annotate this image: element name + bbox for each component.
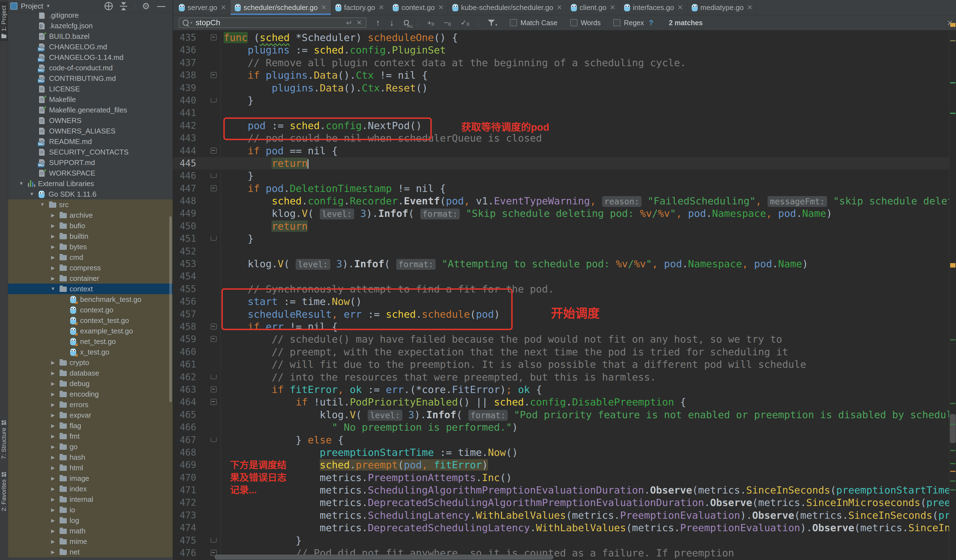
tab-close-icon[interactable]: ✕: [220, 3, 226, 11]
tree-row-hash[interactable]: ▶hash: [8, 452, 173, 463]
tree-row-SUPPORT.md[interactable]: MDSUPPORT.md: [8, 157, 173, 168]
tree-row-External Libraries[interactable]: ▼External Libraries: [8, 178, 173, 189]
tree-row-mime[interactable]: ▶mime: [8, 536, 173, 547]
fold-marker-icon[interactable]: [196, 383, 223, 396]
tree-row-math[interactable]: ▶math: [8, 525, 173, 536]
tree-row-CHANGELOG-1.14.md[interactable]: MDCHANGELOG-1.14.md: [8, 52, 173, 63]
tree-row-index[interactable]: ▶index: [8, 483, 173, 494]
stripe-marker[interactable]: [950, 424, 956, 425]
tree-scrollbar[interactable]: [169, 216, 172, 402]
expand-arrow-icon[interactable]: ▶: [50, 413, 56, 418]
expand-arrow-icon[interactable]: ▶: [50, 549, 56, 555]
editor-scrollbar-thumb[interactable]: [950, 414, 956, 443]
tree-row-compress[interactable]: ▶compress: [8, 262, 173, 273]
find-all-icon[interactable]: ΩALL: [404, 18, 409, 27]
stripe-marker[interactable]: [950, 489, 956, 491]
stripe-marker[interactable]: [950, 480, 956, 482]
tree-row-code-of-conduct.md[interactable]: MDcode-of-conduct.md: [8, 63, 173, 73]
tab-kube-scheduler/scheduler.go[interactable]: kube-scheduler/scheduler.go✕: [448, 0, 567, 15]
tree-row-Go SDK 1.11.6[interactable]: ▼Go SDK 1.11.6: [8, 189, 173, 199]
expand-arrow-icon[interactable]: ▶: [50, 381, 56, 387]
expand-arrow-icon[interactable]: ▶: [50, 423, 56, 429]
tree-row-encoding[interactable]: ▶encoding: [8, 389, 173, 399]
horizontal-scrollbar-thumb[interactable]: [215, 555, 553, 560]
expand-arrow-icon[interactable]: ▶: [50, 507, 56, 513]
fold-marker-icon[interactable]: [196, 169, 223, 182]
expand-arrow-icon[interactable]: ▶: [50, 433, 56, 439]
stripe-marker[interactable]: [950, 263, 956, 268]
tree-row-html[interactable]: ▶html: [8, 463, 173, 473]
match-case-checkbox[interactable]: [510, 19, 517, 26]
stripe-marker[interactable]: [950, 113, 956, 114]
tree-row-container[interactable]: ▶container: [8, 273, 173, 284]
stripe-marker[interactable]: [950, 450, 956, 451]
tree-row-OWNERS[interactable]: OWNERS: [8, 115, 173, 126]
tree-row-Makefile[interactable]: ↗Makefile: [8, 94, 173, 105]
tool-button-project[interactable]: 1: Project: [0, 2, 8, 41]
tab-mediatype.go[interactable]: mediatype.go✕: [687, 0, 757, 15]
tree-row-benchmark_test.go[interactable]: benchmark_test.go: [8, 294, 173, 305]
tab-client.go[interactable]: client.go✕: [567, 0, 620, 15]
tree-row-BUILD.bazel[interactable]: ↗BUILD.bazel: [8, 31, 173, 42]
collapse-arrow-icon[interactable]: ▼: [39, 202, 45, 207]
collapse-arrow-icon[interactable]: ▼: [50, 286, 56, 292]
tab-scheduler/scheduler.go[interactable]: scheduler/scheduler.go✕: [231, 0, 331, 15]
hide-panel-icon[interactable]: —: [157, 2, 165, 10]
regex-option[interactable]: Regex: [613, 19, 644, 27]
fold-marker-icon[interactable]: [196, 182, 223, 195]
tree-row-.kazelcfg.json[interactable]: {}.kazelcfg.json: [8, 20, 173, 31]
tree-row-go[interactable]: ▶go: [8, 441, 173, 452]
expand-arrow-icon[interactable]: ▶: [50, 370, 56, 376]
clear-search-icon[interactable]: ✕: [356, 19, 362, 27]
tab-factory.go[interactable]: factory.go✕: [331, 0, 388, 15]
words-checkbox[interactable]: [570, 19, 577, 26]
tree-row-context.go[interactable]: context.go: [8, 305, 173, 315]
stripe-marker[interactable]: [950, 82, 956, 83]
tree-row-src[interactable]: ▼src: [8, 199, 173, 210]
search-input[interactable]: ▾ stopCh ↵ ✕: [179, 17, 366, 28]
filter-icon[interactable]: [488, 19, 495, 26]
expand-arrow-icon[interactable]: ▶: [50, 465, 56, 471]
add-selection-icon[interactable]: +II: [427, 19, 434, 27]
tree-row-archive[interactable]: ▶archive: [8, 210, 173, 220]
fold-marker-icon[interactable]: [196, 232, 223, 245]
expand-arrow-icon[interactable]: ▶: [50, 455, 56, 460]
regex-help-icon[interactable]: ?: [649, 19, 653, 27]
collapse-all-icon[interactable]: [120, 2, 127, 10]
expand-arrow-icon[interactable]: ▶: [50, 539, 56, 544]
collapse-arrow-icon[interactable]: ▼: [19, 181, 24, 187]
stripe-marker[interactable]: [950, 471, 956, 472]
tree-row-example_test.go[interactable]: example_test.go: [8, 326, 173, 336]
fold-marker-icon[interactable]: [196, 94, 223, 107]
expand-arrow-icon[interactable]: ▶: [50, 402, 56, 408]
collapse-arrow-icon[interactable]: ▼: [29, 191, 35, 197]
expand-arrow-icon[interactable]: ▶: [50, 360, 56, 365]
locate-file-icon[interactable]: [104, 2, 113, 10]
tab-close-icon[interactable]: ✕: [438, 3, 443, 11]
tree-row-image[interactable]: ▶image: [8, 473, 173, 483]
fold-marker-icon[interactable]: [196, 320, 223, 333]
tree-row-OWNERS_ALIASES[interactable]: OWNERS_ALIASES: [8, 126, 173, 136]
match-case-option[interactable]: Match Case: [510, 19, 557, 27]
stripe-marker[interactable]: [950, 40, 956, 41]
tree-row-Makefile.generated_files[interactable]: ↗Makefile.generated_files: [8, 105, 173, 115]
newline-icon[interactable]: ↵: [346, 18, 352, 27]
words-option[interactable]: Words: [570, 19, 601, 27]
expand-arrow-icon[interactable]: ▶: [50, 518, 56, 524]
tool-button-structure[interactable]: 7: Structure: [0, 420, 8, 459]
tree-row-crypto[interactable]: ▶crypto: [8, 357, 173, 368]
tree-row-CHANGELOG.md[interactable]: MDCHANGELOG.md: [8, 42, 173, 52]
fold-marker-icon[interactable]: [196, 396, 223, 408]
tool-button-favorites[interactable]: 2: Favorites: [0, 472, 8, 511]
prev-occurrence-icon[interactable]: ↑: [376, 18, 380, 28]
tab-close-icon[interactable]: ✕: [557, 3, 562, 11]
remove-selection-icon[interactable]: −II: [444, 19, 451, 27]
tree-row-SECURITY_CONTACTS[interactable]: SECURITY_CONTACTS: [8, 147, 173, 157]
fold-marker-icon[interactable]: [196, 434, 223, 446]
tree-row-io[interactable]: ▶io: [8, 505, 173, 515]
tab-close-icon[interactable]: ✕: [677, 3, 683, 11]
expand-arrow-icon[interactable]: ▶: [50, 254, 56, 260]
tree-row-builtin[interactable]: ▶builtin: [8, 231, 173, 242]
fold-marker-icon[interactable]: [196, 144, 223, 157]
tree-row-debug[interactable]: ▶debug: [8, 378, 173, 389]
